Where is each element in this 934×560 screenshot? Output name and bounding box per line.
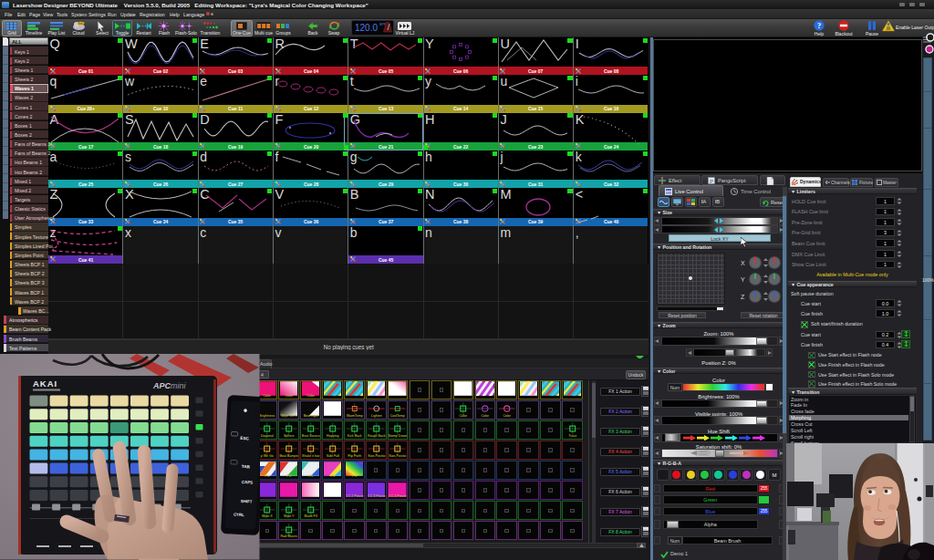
svg-text:CAPS: CAPS — [242, 480, 253, 485]
svg-text:CTRL: CTRL — [234, 513, 244, 518]
svg-text:TAB: TAB — [242, 464, 251, 470]
svg-text:APCmini: APCmini — [152, 381, 186, 390]
svg-text:ESC: ESC — [240, 436, 249, 441]
svg-text:AKAI: AKAI — [33, 379, 57, 389]
svg-text:P: P — [710, 179, 713, 184]
svg-text:SHIFT: SHIFT — [241, 499, 253, 504]
